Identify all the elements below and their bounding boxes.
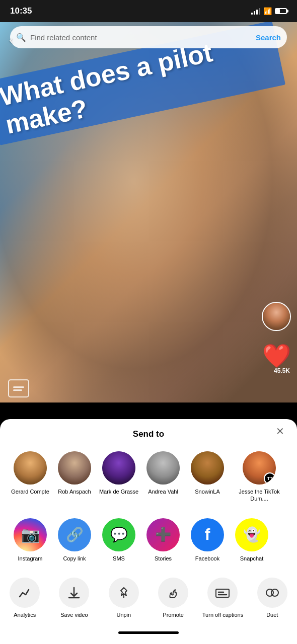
sms-icon: 💬 [102,518,135,551]
contact-item[interactable]: Gerard Compte [8,447,52,506]
share-facebook[interactable]: f Facebook [185,514,230,566]
like-count: 45.5K [274,367,290,374]
contact-avatar [102,451,135,485]
action-label: Promote [163,612,184,618]
contact-avatar [58,451,91,485]
signal-icon [251,8,260,15]
stories-icon: ➕ [146,518,180,551]
close-button[interactable]: ✕ [273,424,287,438]
home-indicator [118,631,179,634]
back-button[interactable]: ‹ [0,29,22,51]
wifi-icon: 📶 [263,7,272,15]
actions-row: Analytics Save video Unpin [0,570,297,626]
share-copy-link[interactable]: 🔗 Copy link [52,514,97,566]
search-input[interactable]: Find related content [30,33,256,42]
contact-avatar [14,451,47,485]
share-stories[interactable]: ➕ Stories [141,514,185,566]
svg-point-7 [271,589,278,596]
contact-item[interactable]: TT Jesse the TikTok Dum.... [230,447,289,506]
sheet-title: Send to [133,429,164,439]
avatar-image [263,303,290,330]
contact-avatar: TT [243,451,276,485]
svg-rect-3 [216,589,229,597]
captions-icon [207,578,238,608]
facebook-icon: f [191,518,224,551]
contact-avatar [191,451,224,485]
share-label: Facebook [195,555,219,561]
contact-name: Mark de Grasse [99,489,138,495]
promote-icon [158,578,188,608]
search-bar[interactable]: 🔍 Find related content Search [10,26,287,48]
action-label: Duet [266,612,278,618]
contact-item[interactable]: Mark de Grasse [97,447,141,506]
close-icon: ✕ [276,425,284,437]
duet-icon [257,578,287,608]
contact-name: SnowinLA [195,489,220,495]
unpin-icon [109,578,139,608]
action-duet[interactable]: Duet [248,574,297,622]
action-label: Analytics [14,612,36,618]
contact-item[interactable]: SnowinLA [185,447,230,506]
subtitle-icon[interactable] [8,379,29,397]
search-button[interactable]: Search [256,33,281,42]
action-analytics[interactable]: Analytics [0,574,49,622]
heart-icon: ❤️ [262,343,291,369]
share-options-row: 📷 Instagram 🔗 Copy link 💬 SMS ➕ Stories … [0,510,297,570]
share-sms[interactable]: 💬 SMS [97,514,141,566]
action-save-video[interactable]: Save video [49,574,99,622]
share-snapchat[interactable]: 👻 Snapchat [230,514,274,566]
contacts-row: Gerard Compte Rob Anspach Mark de Grasse… [0,443,297,510]
action-unpin[interactable]: Unpin [99,574,148,622]
contact-item[interactable]: Rob Anspach [52,447,97,506]
contact-name: Andrea Vahl [148,489,178,495]
status-time: 10:35 [10,6,32,16]
status-icons: 📶 [251,7,287,15]
avatar[interactable] [262,302,291,331]
share-label: Stories [155,555,172,561]
analytics-icon [10,578,40,608]
battery-icon [275,8,287,14]
contact-name: Jesse the TikTok Dum.... [232,489,287,502]
action-label: Unpin [116,612,131,618]
share-instagram[interactable]: 📷 Instagram [8,514,52,566]
share-label: SMS [113,555,125,561]
status-bar: 10:35 📶 [0,0,297,22]
action-promote[interactable]: Promote [148,574,198,622]
snapchat-icon: 👻 [235,518,268,551]
sheet-header: Send to ✕ [0,419,297,443]
action-label: Save video [60,612,88,618]
copy-link-icon: 🔗 [58,518,91,551]
back-icon: ‹ [9,34,13,47]
contact-name: Rob Anspach [58,489,91,495]
share-label: Copy link [63,555,86,561]
share-label: Snapchat [240,555,263,561]
action-turn-off-captions[interactable]: Turn off captions [198,574,247,622]
contact-name: Gerard Compte [11,489,49,495]
share-label: Instagram [18,555,43,561]
action-label: Turn off captions [202,612,243,618]
bottom-sheet: Send to ✕ Gerard Compte Rob Anspach Mark… [0,419,297,644]
contact-avatar [146,451,180,485]
save-video-icon [59,578,89,608]
instagram-icon: 📷 [14,518,47,551]
contact-item[interactable]: Andrea Vahl [141,447,185,506]
like-button[interactable]: ❤️ [262,342,291,369]
